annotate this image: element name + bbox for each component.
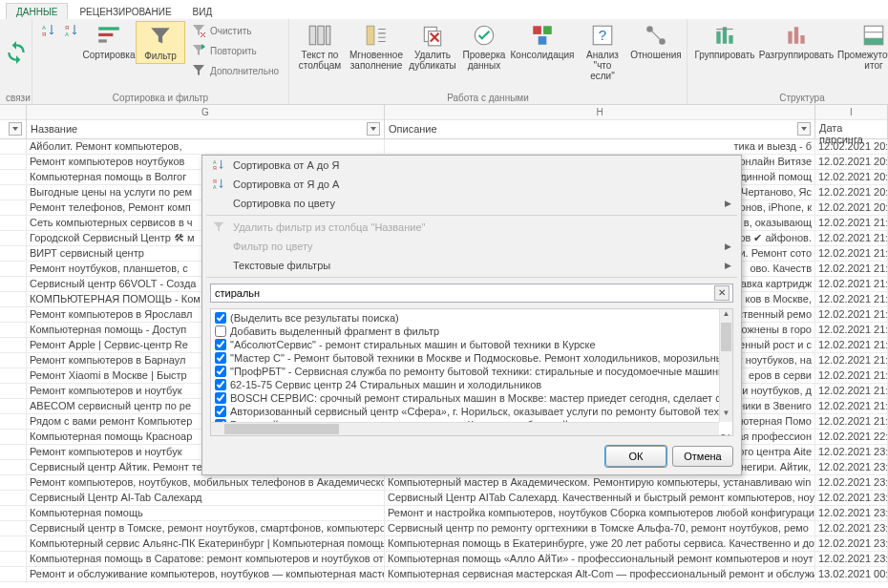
svg-rect-7: [309, 26, 316, 45]
group-button[interactable]: Группировать: [693, 21, 756, 62]
scrollbar-horizontal[interactable]: [211, 422, 719, 435]
tab-review[interactable]: РЕЦЕНЗИРОВАНИЕ: [70, 4, 180, 19]
filter-check-item[interactable]: "Мастер С" - Ремонт бытовой техники в Мо…: [215, 351, 730, 365]
filter-button[interactable]: Фильтр: [136, 21, 185, 64]
table-row: Сервисный Центр AI-Tab СалехардСервисный…: [0, 491, 888, 506]
reapply-button[interactable]: Повторить: [187, 41, 283, 60]
text-to-columns-button[interactable]: Текст по столбцам: [295, 21, 345, 73]
svg-rect-4: [98, 27, 119, 30]
table-row: Компьютерная помощьРемонт и настройка ко…: [0, 506, 888, 521]
filter-check-item[interactable]: (Выделить все результаты поиска): [215, 311, 730, 325]
col-h-label: Описание: [389, 123, 437, 135]
svg-text:?: ?: [599, 27, 606, 43]
table-row: Компьютерный сервис Альянс-ПК Екатеринбу…: [0, 536, 888, 552]
consolidate-button[interactable]: Консолидация: [511, 21, 574, 62]
sort-za-button[interactable]: ЯА: [61, 21, 82, 40]
filter-checklist: (Выделить все результаты поиска)Добавить…: [210, 308, 733, 436]
filter-search-input[interactable]: [210, 284, 733, 303]
sort-button[interactable]: Сортировка: [84, 21, 134, 62]
clear-col-filter-item: Удалить фильтр из столбца "Название": [202, 218, 741, 237]
filter-checkbox[interactable]: [215, 366, 226, 377]
svg-rect-16: [539, 36, 547, 45]
svg-rect-15: [543, 26, 552, 34]
flash-fill-button[interactable]: Мгновенное заполнение: [347, 21, 406, 73]
filter-checkbox[interactable]: [215, 392, 226, 404]
group-label-sort: Сортировка и фильтр: [38, 92, 283, 103]
svg-text:Я: Я: [213, 178, 217, 184]
ok-button[interactable]: ОК: [605, 446, 666, 467]
svg-text:А: А: [213, 184, 217, 190]
filter-checkbox[interactable]: [215, 379, 226, 390]
svg-rect-8: [318, 26, 325, 45]
tab-view[interactable]: ВИД: [183, 4, 222, 19]
svg-rect-9: [326, 26, 329, 45]
filter-checkbox[interactable]: [215, 312, 226, 324]
filter-checkbox[interactable]: [215, 406, 226, 417]
remove-duplicates-button[interactable]: Удалить дубликаты: [408, 21, 457, 73]
filter-checkbox[interactable]: [215, 339, 226, 350]
table-row: Айболит. Ремонт компьютеров, тика и выез…: [0, 139, 888, 155]
ungroup-button[interactable]: Разгруппировать: [758, 21, 835, 62]
svg-text:А: А: [213, 159, 217, 165]
refresh-icon: [4, 40, 29, 65]
table-row: Компьютерная помощь в Саратове: ремонт к…: [0, 552, 888, 567]
sort-az-item[interactable]: АЯСортировка от А до Я: [202, 156, 741, 175]
filter-check-item[interactable]: Добавить выделенный фрагмент в фильтр: [215, 325, 730, 338]
filter-check-item[interactable]: Авторизованный сервисный центр «Сфера», …: [215, 405, 730, 418]
svg-text:Я: Я: [42, 32, 46, 37]
svg-rect-14: [533, 26, 541, 34]
filter-by-color-item: Фильтр по цвету▶: [202, 237, 741, 256]
col-g-label: Название: [31, 123, 77, 135]
ribbon-tabs: ДАННЫЕ РЕЦЕНЗИРОВАНИЕ ВИД: [0, 0, 888, 19]
table-row: Ремонт компьютеров, ноутбуков, мобильных…: [0, 475, 888, 491]
svg-text:Я: Я: [213, 165, 217, 171]
data-validation-button[interactable]: Проверка данных: [459, 21, 509, 73]
tab-data[interactable]: ДАННЫЕ: [6, 3, 68, 19]
filter-checkbox[interactable]: [215, 352, 226, 364]
table-row: Ремонт и обслуживание компьютеров, ноутб…: [0, 567, 888, 582]
clear-filter-button[interactable]: Очистить: [187, 21, 283, 40]
group-label-links: связи: [6, 92, 26, 103]
svg-rect-5: [98, 33, 113, 36]
whatif-button[interactable]: ?Анализ "что если": [576, 21, 629, 83]
sort-za-item[interactable]: ЯАСортировка от Я до А: [202, 175, 741, 194]
filter-check-item[interactable]: 62-15-75 Сервис центр 24 Стиральных маши…: [215, 378, 730, 391]
relations-button[interactable]: Отношения: [631, 21, 681, 62]
svg-text:А: А: [42, 25, 46, 31]
text-filters-item[interactable]: Текстовые фильтры▶: [202, 256, 741, 275]
sort-az-button[interactable]: АЯ: [38, 21, 59, 40]
svg-rect-10: [367, 26, 374, 45]
autofilter-dropdown: АЯСортировка от А до Я ЯАСортировка от Я…: [201, 155, 742, 475]
column-headers: GНазвание HОписание IДата парсинга: [0, 105, 888, 139]
filter-dropdown-h[interactable]: [797, 122, 811, 136]
filter-check-item[interactable]: "ПрофРБТ" - Сервисная служба по ремонту …: [215, 365, 730, 378]
subtotal-button[interactable]: Промежуточный итог: [836, 21, 888, 73]
filter-dropdown-blank[interactable]: [9, 122, 22, 136]
cancel-button[interactable]: Отмена: [672, 446, 733, 467]
svg-rect-22: [864, 38, 883, 45]
sort-by-color-item[interactable]: Сортировка по цвету▶: [202, 194, 741, 213]
filter-check-item[interactable]: BOSCH СЕРВИС: срочный ремонт стиральных …: [215, 391, 730, 405]
group-label-datatools: Работа с данными: [295, 92, 681, 103]
filter-dropdown-g[interactable]: [367, 122, 380, 136]
ribbon: связи АЯ ЯА Сортировка Фильтр Очистить П…: [0, 19, 888, 105]
group-label-outline: Структура: [693, 92, 888, 103]
filter-check-item[interactable]: "АбсолютСервис" - ремонт стиральных маши…: [215, 338, 730, 351]
scrollbar-vertical[interactable]: ▲▼: [719, 309, 732, 422]
advanced-filter-button[interactable]: Дополнительно: [187, 61, 283, 80]
table-row: Сервисный центр в Томске, ремонт ноутбук…: [0, 521, 888, 536]
filter-checkbox[interactable]: [215, 326, 226, 337]
svg-text:Я: Я: [65, 25, 69, 31]
clear-search-button[interactable]: ✕: [714, 285, 729, 301]
svg-rect-6: [98, 39, 107, 42]
svg-text:А: А: [65, 32, 69, 37]
